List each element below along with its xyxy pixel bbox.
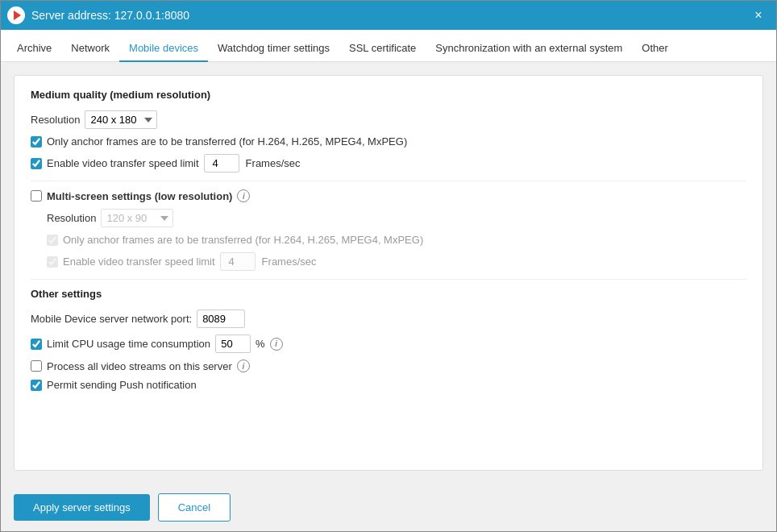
medium-quality-title: Medium quality (medium resolution) — [31, 89, 746, 101]
tab-archive[interactable]: Archive — [7, 35, 61, 62]
cpu-percent-label: % — [256, 338, 265, 350]
medium-speed-limit-label: Enable video transfer speed limit — [47, 157, 199, 169]
multi-resolution-select[interactable]: 120 x 90 160 x 120 240 x 180 — [101, 209, 173, 227]
tab-bar: Archive Network Mobile devices Watchdog … — [1, 30, 776, 62]
multi-screen-title-row: Multi-screen settings (low resolution) i — [31, 189, 746, 202]
multi-frames-sec-label: Frames/sec — [262, 256, 317, 268]
cpu-info-icon[interactable]: i — [270, 338, 283, 351]
content-area: Medium quality (medium resolution) Resol… — [1, 62, 776, 484]
footer: Apply server settings Cancel — [1, 484, 776, 531]
cpu-limit-label: Limit CPU usage time consumption — [47, 338, 210, 350]
tab-watchdog[interactable]: Watchdog timer settings — [208, 35, 339, 62]
push-row: Permit sending Push notification — [31, 379, 746, 391]
separator-1 — [31, 181, 746, 181]
multi-anchor-frames-label: Only anchor frames are to be transferred… — [63, 234, 423, 246]
multi-screen-title: Multi-screen settings (low resolution) — [47, 190, 232, 202]
process-streams-info-icon[interactable]: i — [237, 360, 250, 372]
multi-anchor-frames-row: Only anchor frames are to be transferred… — [47, 234, 746, 246]
close-button[interactable]: × — [747, 4, 770, 27]
medium-speed-limit-row: Enable video transfer speed limit Frames… — [31, 154, 746, 172]
push-label: Permit sending Push notification — [47, 379, 197, 391]
medium-anchor-frames-checkbox[interactable] — [31, 136, 42, 148]
medium-resolution-label: Resolution — [31, 114, 80, 126]
tab-other[interactable]: Other — [632, 35, 678, 62]
main-window: Server address: 127.0.0.1:8080 × Archive… — [0, 0, 777, 532]
titlebar: Server address: 127.0.0.1:8080 × — [1, 1, 776, 30]
port-input[interactable] — [197, 310, 245, 328]
cpu-limit-row: Limit CPU usage time consumption % i — [31, 335, 746, 353]
multi-screen-info-icon[interactable]: i — [237, 189, 250, 202]
medium-frames-sec-label: Frames/sec — [246, 157, 301, 169]
multi-speed-limit-checkbox[interactable] — [47, 256, 58, 268]
multi-resolution-row: Resolution 120 x 90 160 x 120 240 x 180 — [47, 209, 746, 227]
app-icon — [7, 6, 25, 24]
apply-button[interactable]: Apply server settings — [14, 494, 150, 521]
multi-resolution-label: Resolution — [47, 212, 96, 224]
multi-anchor-frames-checkbox[interactable] — [47, 235, 58, 246]
push-checkbox[interactable] — [31, 380, 42, 391]
multi-screen-checkbox[interactable] — [31, 190, 42, 202]
other-settings-title: Other settings — [31, 288, 746, 300]
multi-speed-limit-row: Enable video transfer speed limit Frames… — [47, 252, 746, 271]
window-title: Server address: 127.0.0.1:8080 — [31, 9, 747, 22]
cpu-limit-checkbox[interactable] — [31, 339, 42, 350]
medium-resolution-select[interactable]: 240 x 180 320 x 240 480 x 360 — [85, 110, 157, 129]
port-row: Mobile Device server network port: — [31, 310, 746, 328]
medium-resolution-row: Resolution 240 x 180 320 x 240 480 x 360 — [31, 110, 746, 129]
process-streams-label: Process all video streams on this server — [47, 360, 232, 372]
process-streams-checkbox[interactable] — [31, 360, 42, 372]
port-label: Mobile Device server network port: — [31, 313, 192, 325]
tab-network[interactable]: Network — [61, 35, 119, 62]
cancel-button[interactable]: Cancel — [158, 493, 231, 522]
multi-speed-limit-input[interactable] — [220, 252, 256, 271]
process-streams-row: Process all video streams on this server… — [31, 360, 746, 372]
medium-anchor-frames-row: Only anchor frames are to be transferred… — [31, 135, 746, 148]
separator-2 — [31, 279, 746, 280]
medium-speed-limit-checkbox[interactable] — [31, 158, 42, 169]
tab-ssl[interactable]: SSL certificate — [339, 35, 426, 62]
multi-speed-limit-label: Enable video transfer speed limit — [63, 256, 215, 268]
medium-speed-limit-input[interactable] — [204, 154, 239, 172]
tab-mobile-devices[interactable]: Mobile devices — [119, 35, 208, 62]
medium-anchor-frames-label: Only anchor frames are to be transferred… — [47, 135, 407, 148]
tab-sync[interactable]: Synchronization with an external system — [426, 35, 632, 62]
cpu-limit-input[interactable] — [215, 335, 251, 353]
settings-panel: Medium quality (medium resolution) Resol… — [14, 75, 763, 471]
